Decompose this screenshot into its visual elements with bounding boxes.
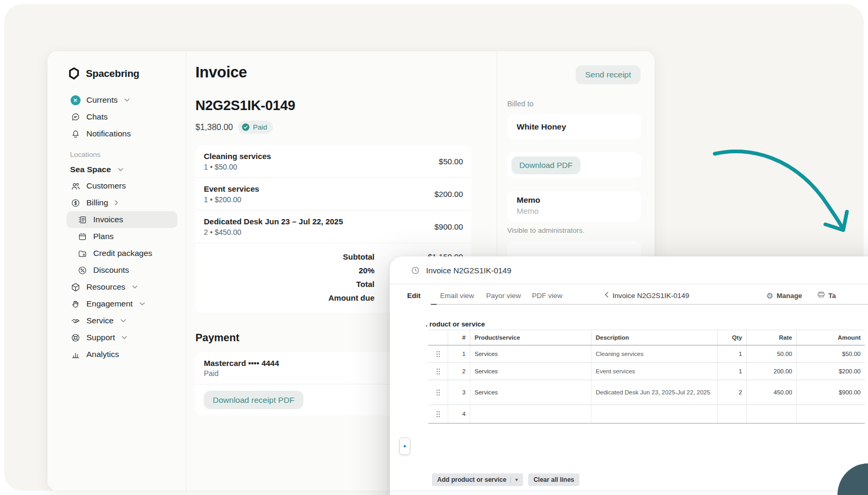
sidebar: Spacebring ✕ Currents Chats Notification… <box>47 51 186 491</box>
cell-qty[interactable]: 2 <box>717 380 746 404</box>
cell-product[interactable]: Services <box>470 380 591 404</box>
chevron-right-icon <box>115 200 118 205</box>
download-pdf-card: Download PDF <box>507 152 641 178</box>
col-num: # <box>448 330 470 345</box>
gear-icon[interactable]: ⚙ <box>766 292 773 300</box>
tabbar-divider <box>431 304 868 305</box>
invoice-number: N2G2S1IK-0149 <box>195 97 497 114</box>
cell-amount[interactable] <box>796 405 865 423</box>
line-item-row[interactable]: Dedicated Desk Jun 23 – Jul 22, 2025 2 •… <box>195 211 471 243</box>
sidebar-item-notifications[interactable]: Notifications <box>66 125 177 142</box>
memo-visibility-note: Visible to administrators. <box>507 226 585 234</box>
sidebar-item-chats[interactable]: Chats <box>66 108 177 125</box>
cell-product[interactable] <box>470 405 591 423</box>
add-product-label: Add product or service <box>437 476 506 483</box>
manage-button[interactable]: Manage <box>776 292 802 300</box>
line-item-name: Event services <box>204 184 435 193</box>
memo-title: Memo <box>517 195 632 205</box>
tab-pdf-view[interactable]: PDF view <box>532 292 563 300</box>
cell-qty[interactable]: 1 <box>717 363 746 380</box>
sidebar-item-label: Notifications <box>86 129 131 138</box>
chevron-down-icon[interactable]: ▾ <box>515 477 518 482</box>
sidebar-item-analytics[interactable]: Analytics <box>66 346 177 363</box>
sidebar-item-label: Billing <box>86 198 108 207</box>
cell-rate[interactable]: 450.00 <box>746 380 796 404</box>
spacebring-logo-icon <box>67 67 81 80</box>
active-tab-indicator <box>431 304 437 305</box>
sidebar-item-label: Currents <box>86 95 117 105</box>
drag-handle[interactable] <box>428 345 448 362</box>
drag-handle[interactable] <box>428 380 448 404</box>
line-item-amount: $900.00 <box>435 222 463 231</box>
line-item-row[interactable]: Cleaning services 1 • $50.00 $50.00 <box>195 145 471 178</box>
cell-qty[interactable] <box>717 405 746 423</box>
cell-amount[interactable]: $900.00 <box>796 380 865 404</box>
col-amount: Amount <box>796 330 865 345</box>
row-num: 1 <box>448 345 470 362</box>
drag-handle[interactable] <box>428 363 448 380</box>
total-label: Subtotal <box>204 252 374 261</box>
cell-product[interactable]: Services <box>470 363 591 380</box>
sidebar-item-currents[interactable]: ✕ Currents <box>66 92 177 108</box>
resources-icon <box>70 282 81 292</box>
sidebar-item-resources[interactable]: Resources <box>66 279 177 295</box>
send-receipt-button[interactable]: Send receipt <box>576 65 640 84</box>
location-selector[interactable]: Sea Space <box>66 162 177 177</box>
chevron-left-icon[interactable] <box>605 292 608 299</box>
invoice-editor-window: Invoice N2G2S1IK-0149 Edit Email view Pa… <box>390 256 868 495</box>
customers-icon <box>70 181 81 191</box>
tab-edit[interactable]: Edit <box>407 292 421 300</box>
currents-icon: ✕ <box>70 95 81 105</box>
line-item-name: Cleaning services <box>204 152 439 161</box>
cell-rate[interactable]: 50.00 <box>746 345 796 362</box>
line-item-detail: 1 • $200.00 <box>204 195 435 204</box>
service-handshake-icon <box>70 315 81 326</box>
download-receipt-button[interactable]: Download receipt PDF <box>204 391 303 409</box>
memo-placeholder: Memo <box>517 206 632 215</box>
sidebar-item-discounts[interactable]: Discounts <box>66 262 177 279</box>
cell-description[interactable]: Event services <box>591 363 717 380</box>
memo-card[interactable]: Memo Memo <box>507 191 641 222</box>
cell-description[interactable] <box>591 405 717 423</box>
billed-to-card[interactable]: White Honey <box>507 114 641 140</box>
cell-product[interactable]: Services <box>470 345 591 362</box>
sidebar-item-support[interactable]: Support <box>66 329 177 346</box>
tab-email-view[interactable]: Email view <box>440 292 475 300</box>
brand-logo-row[interactable]: Spacebring <box>67 67 186 80</box>
cell-description[interactable]: Dedicated Desk Jun 23, 2025-Jul 22, 2025 <box>591 380 717 404</box>
line-items-table: # Product/service Description Qty Rate A… <box>428 330 865 424</box>
billing-icon <box>70 197 81 208</box>
download-pdf-button[interactable]: Download PDF <box>511 156 580 174</box>
clear-all-lines-button[interactable]: Clear all lines <box>528 473 579 486</box>
sidebar-item-billing[interactable]: Billing <box>66 194 177 211</box>
cell-rate[interactable]: 200.00 <box>746 363 796 380</box>
drag-handle[interactable] <box>428 405 448 423</box>
sidebar-item-plans[interactable]: Plans <box>66 228 177 245</box>
sidebar-item-engagement[interactable]: Engagement <box>66 295 177 312</box>
table-row: 3 Services Dedicated Desk Jun 23, 2025-J… <box>428 380 865 405</box>
cell-amount[interactable]: $200.00 <box>796 363 865 380</box>
add-product-button[interactable]: Add product or service ▾ <box>432 473 523 486</box>
chevron-down-icon <box>132 285 137 289</box>
line-item-detail: 2 • $450.00 <box>204 228 435 236</box>
feedback-tab[interactable]: ✦ <box>399 438 410 455</box>
tour-icon[interactable] <box>817 291 825 300</box>
cell-description[interactable]: Cleaning services <box>591 345 717 362</box>
cell-amount[interactable]: $50.00 <box>796 345 865 362</box>
tab-payor-view[interactable]: Payor view <box>486 292 521 300</box>
button-divider <box>510 476 511 483</box>
tour-button[interactable]: Ta <box>828 292 836 300</box>
sidebar-item-service[interactable]: Service <box>66 312 177 329</box>
cell-qty[interactable]: 1 <box>717 345 746 362</box>
row-num: 4 <box>448 405 470 423</box>
location-name: Sea Space <box>70 165 111 174</box>
cell-rate[interactable] <box>746 405 796 423</box>
line-item-row[interactable]: Event services 1 • $200.00 $200.00 <box>195 178 471 211</box>
section-divider <box>390 491 868 491</box>
history-icon[interactable] <box>411 266 420 275</box>
table-header-row: # Product/service Description Qty Rate A… <box>428 330 865 345</box>
sidebar-item-invoices[interactable]: Invoices <box>66 211 177 228</box>
line-item-name: Dedicated Desk Jun 23 – Jul 22, 2025 <box>204 217 435 226</box>
sidebar-item-customers[interactable]: Customers <box>66 177 177 194</box>
sidebar-item-credit-packages[interactable]: Credit packages <box>66 245 177 262</box>
